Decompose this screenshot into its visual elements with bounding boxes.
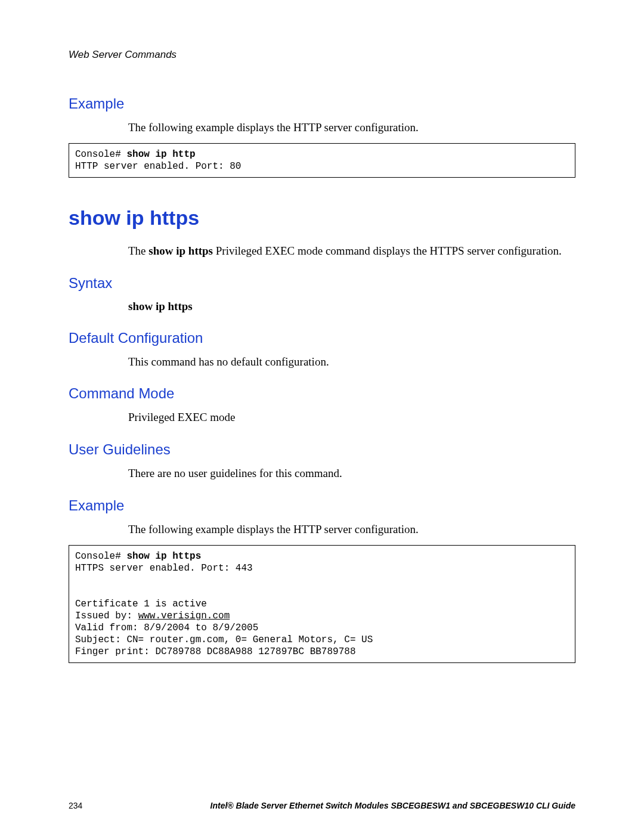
code-line: Certificate 1 is active (75, 599, 207, 609)
code-line: HTTPS server enabled. Port: 443 (75, 563, 253, 574)
code-prompt: Console# (75, 149, 126, 160)
code-block-http: Console# show ip http HTTP server enable… (69, 143, 575, 178)
heading-example-1: Example (69, 95, 575, 112)
code-block-https: Console# show ip https HTTPS server enab… (69, 545, 575, 663)
code-output: HTTP server enabled. Port: 80 (75, 161, 241, 172)
para-default-config: This command has no default configuratio… (128, 355, 569, 369)
code-line: Valid from: 8/9/2004 to 8/9/2005 (75, 623, 258, 633)
intro-prefix: The (128, 244, 148, 257)
syntax-text: show ip https (128, 300, 575, 313)
code-prompt: Console# (75, 551, 126, 562)
doc-title-footer: Intel® Blade Server Ethernet Switch Modu… (210, 801, 575, 810)
page-footer: 234 Intel® Blade Server Ethernet Switch … (69, 801, 575, 810)
command-intro: The show ip https Privileged EXEC mode c… (128, 244, 569, 258)
para-user-guidelines: There are no user guidelines for this co… (128, 466, 569, 481)
heading-default-config: Default Configuration (69, 330, 575, 346)
command-title: show ip https (69, 206, 575, 230)
page-number: 234 (69, 801, 82, 810)
verisign-link[interactable]: www.verisign.com (138, 611, 230, 621)
heading-example-2: Example (69, 497, 575, 514)
code-line: Subject: CN= router.gm.com, 0= General M… (75, 634, 373, 645)
code-line: Finger print: DC789788 DC88A988 127897BC… (75, 646, 355, 657)
para-example-2: The following example displays the HTTP … (128, 522, 569, 537)
intro-cmd: show ip https (148, 244, 213, 257)
heading-user-guidelines: User Guidelines (69, 441, 575, 458)
heading-syntax: Syntax (69, 275, 575, 292)
para-command-mode: Privileged EXEC mode (128, 410, 569, 425)
code-line-issued-by: Issued by: (75, 611, 138, 621)
para-example-1: The following example displays the HTTP … (128, 120, 569, 135)
document-page: Web Server Commands Example The followin… (0, 0, 644, 833)
code-command: show ip https (126, 551, 201, 562)
code-command: show ip http (126, 149, 195, 160)
running-header: Web Server Commands (69, 49, 575, 61)
intro-suffix: Privileged EXEC mode command displays th… (213, 244, 562, 257)
heading-command-mode: Command Mode (69, 385, 575, 402)
